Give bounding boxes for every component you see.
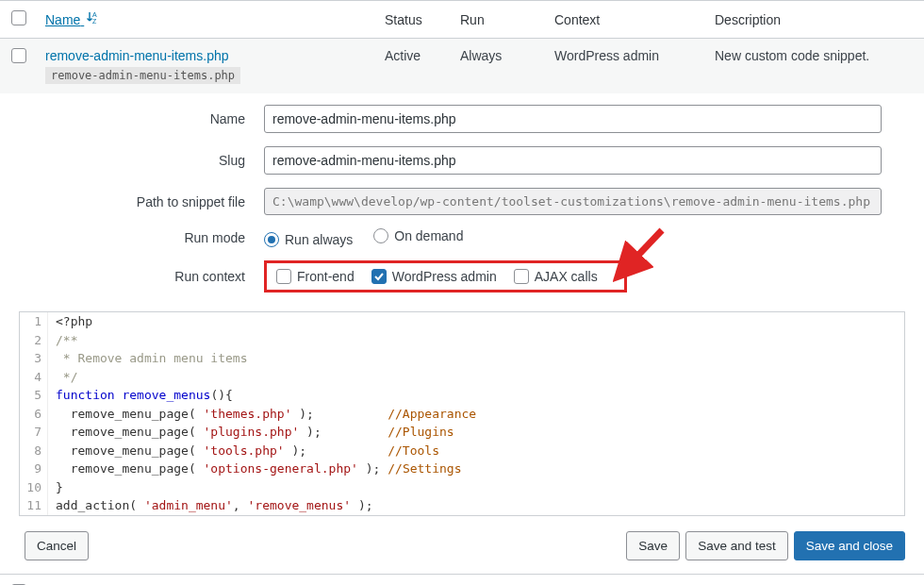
name-input[interactable]: [264, 105, 882, 133]
context-frontend[interactable]: Front-end: [276, 269, 355, 284]
run-context-label: Run context: [19, 269, 264, 284]
checkbox-icon: [514, 269, 529, 284]
code-line: 9 remove_menu_page( 'options-general.php…: [20, 460, 904, 478]
run-context-highlight: Front-end WordPress admin AJAX calls: [264, 260, 627, 292]
slug-label: Slug: [19, 153, 264, 168]
svg-line-2: [626, 230, 662, 268]
annotation-arrow-icon: [613, 226, 669, 283]
table-header: Name AZ Status Run Context Description: [0, 1, 924, 39]
svg-text:Z: Z: [92, 18, 97, 25]
save-test-button[interactable]: Save and test: [685, 531, 788, 560]
code-line: 5function remove_menus(){: [20, 386, 904, 405]
code-line: 2/**: [20, 331, 904, 350]
radio-icon: [373, 228, 388, 243]
column-context-footer: Context: [547, 574, 707, 585]
snippet-status: Active: [377, 39, 453, 94]
svg-text:A: A: [92, 11, 97, 18]
run-mode-always-label: Run always: [285, 232, 353, 247]
row-checkbox[interactable]: [11, 48, 26, 63]
code-line: 4 */: [20, 368, 904, 387]
slug-input[interactable]: [264, 146, 882, 175]
context-ajax-label: AJAX calls: [535, 269, 598, 284]
column-run-footer: Run: [453, 574, 547, 585]
path-input: [264, 188, 882, 215]
context-wpadmin[interactable]: WordPress admin: [371, 269, 497, 284]
snippet-context: WordPress admin: [547, 39, 707, 94]
save-button[interactable]: Save: [626, 531, 680, 560]
code-line: 7 remove_menu_page( 'plugins.php' ); //P…: [20, 423, 904, 442]
code-line: 1<?php: [20, 312, 904, 331]
snippet-name-link[interactable]: remove-admin-menu-items.php: [45, 48, 229, 63]
code-editor[interactable]: 1<?php2/**3 * Remove admin menu items4 *…: [19, 311, 905, 516]
column-status: Status: [377, 1, 453, 39]
code-line: 10}: [20, 478, 904, 497]
column-status-footer: Status: [377, 574, 453, 585]
path-label: Path to snippet file: [19, 194, 264, 209]
code-line: 11add_action( 'admin_menu', 'remove_menu…: [20, 496, 904, 515]
column-name-label: Name: [45, 12, 80, 27]
context-frontend-label: Front-end: [297, 269, 355, 284]
run-mode-always[interactable]: Run always: [264, 232, 353, 247]
column-description: Description: [707, 1, 924, 39]
select-all-checkbox[interactable]: [11, 10, 26, 25]
column-run: Run: [453, 1, 547, 39]
column-name-sort[interactable]: Name AZ: [45, 12, 97, 27]
save-close-button[interactable]: Save and close: [794, 531, 905, 560]
checkbox-icon: [276, 269, 291, 284]
sort-icon: AZ: [87, 11, 97, 25]
context-wpadmin-label: WordPress admin: [392, 269, 497, 284]
code-line: 3 * Remove admin menu items: [20, 349, 904, 368]
snippet-description: New custom code snippet.: [707, 39, 924, 94]
cancel-button[interactable]: Cancel: [25, 531, 89, 560]
checkbox-icon: [371, 269, 387, 284]
context-ajax[interactable]: AJAX calls: [514, 269, 598, 284]
column-description-footer: Description: [707, 574, 924, 585]
table-footer: Name AZ Status Run Context Description: [0, 574, 924, 585]
snippet-row: remove-admin-menu-items.php remove-admin…: [0, 39, 924, 94]
column-context: Context: [547, 1, 707, 39]
snippet-run: Always: [453, 39, 547, 94]
run-mode-label: Run mode: [19, 230, 264, 245]
code-line: 8 remove_menu_page( 'tools.php' ); //Too…: [20, 442, 904, 460]
snippet-slug-badge: remove-admin-menu-items.php: [45, 67, 240, 84]
run-mode-ondemand-label: On demand: [394, 228, 463, 243]
radio-icon: [264, 232, 279, 247]
code-line: 6 remove_menu_page( 'themes.php' ); //Ap…: [20, 405, 904, 424]
run-mode-ondemand[interactable]: On demand: [373, 228, 463, 243]
edit-form: Name Slug Path to snippet file: [0, 93, 924, 311]
name-label: Name: [19, 111, 264, 126]
